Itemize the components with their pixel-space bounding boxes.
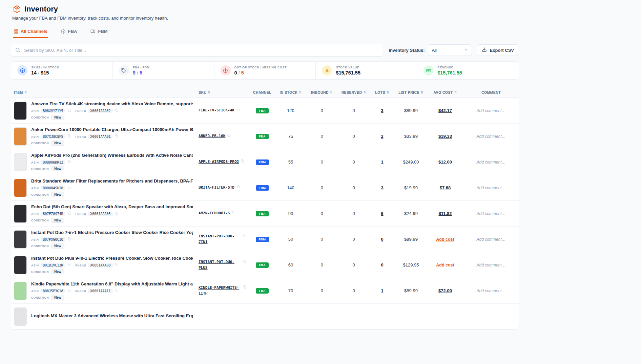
copy-icon[interactable] — [115, 134, 118, 138]
add-comment-field[interactable]: Add comment… — [476, 186, 505, 190]
copy-icon[interactable] — [67, 263, 71, 266]
column-header-item[interactable]: ITEM⇅ — [11, 87, 196, 98]
fnsku-value: X0001AAA11 — [88, 289, 112, 293]
copy-icon[interactable] — [115, 263, 118, 266]
add-comment-field[interactable]: Add comment… — [476, 237, 505, 242]
sku-link[interactable]: INSTANT-POT-DUO-7IN1 — [199, 234, 241, 245]
column-header-comment: COMMENT — [463, 87, 519, 98]
channel-badge: FBM — [256, 237, 269, 242]
export-csv-button[interactable]: Export CSV — [477, 44, 519, 56]
column-label: IN STOCK — [280, 90, 297, 94]
column-header-reserved[interactable]: RESERVED⇅ — [337, 87, 370, 98]
sku-link[interactable]: INSTANT-POT-DUO-PLUS — [199, 259, 241, 271]
avg-cost-link[interactable]: Add cost — [436, 237, 454, 242]
copy-icon[interactable] — [243, 234, 247, 237]
lots-link[interactable]: 0 — [381, 262, 383, 267]
stat-fba-fbm: FBA / FBM 9 / 5 — [113, 62, 214, 79]
column-label: LOTS — [375, 90, 385, 94]
add-comment-field[interactable]: Add comment… — [476, 288, 505, 293]
avg-cost-link[interactable]: $11.82 — [438, 211, 452, 216]
sku-link[interactable]: FIRE-TV-STICK-4K — [199, 108, 234, 113]
lots-link[interactable]: 1 — [381, 288, 383, 293]
tab-fba[interactable]: FBA — [60, 25, 78, 38]
fnsku-label: FNSKU — [76, 212, 86, 216]
copy-icon[interactable] — [115, 211, 118, 215]
sku-link[interactable]: BRITA-FILTER-STD — [199, 185, 234, 191]
avg-cost-link[interactable]: $19.33 — [438, 134, 452, 139]
product-title: Instant Pot Duo 7-in-1 Electric Pressure… — [31, 230, 193, 235]
column-header-sku[interactable]: SKU⇅ — [196, 87, 249, 98]
chevron-down-icon — [464, 48, 468, 53]
copy-icon[interactable] — [115, 288, 118, 292]
sku-link[interactable]: AMZN-ECHODOT-5 — [199, 211, 230, 216]
inventory-table: ITEM⇅SKU⇅CHANNELIN STOCK⇅INBOUND⇅RESERVE… — [11, 87, 519, 330]
avg-cost-cell: Add cost — [428, 259, 463, 271]
add-comment-field[interactable]: Add comment… — [476, 134, 505, 139]
channel-badge: FBA — [256, 288, 269, 294]
copy-icon[interactable] — [243, 259, 247, 263]
copy-icon[interactable] — [227, 133, 231, 137]
avg-cost-link[interactable]: $42.17 — [438, 108, 452, 113]
column-header-in-stock[interactable]: IN STOCK⇅ — [275, 87, 306, 98]
avg-cost-link[interactable]: $72.00 — [438, 288, 452, 293]
inbound-cell: 0 — [306, 105, 337, 116]
product-meta: ASINB07PXGQC1Q — [31, 237, 193, 242]
tab-label: FBA — [68, 29, 77, 34]
avg-cost-link[interactable]: Add cost — [436, 263, 454, 267]
tab-all-channels[interactable]: All Channels — [13, 25, 48, 38]
sku-link[interactable]: KINDLE-PAPERWHITE-11TH — [199, 285, 241, 296]
column-label: RESERVED — [342, 90, 362, 94]
condition-label: CONDITION — [31, 270, 49, 274]
copy-icon[interactable] — [236, 185, 240, 189]
lots-link[interactable]: 6 — [381, 211, 383, 216]
copy-icon[interactable] — [67, 160, 71, 164]
copy-icon[interactable] — [67, 288, 71, 292]
column-header-avg-cost[interactable]: AVG COST⇅ — [428, 87, 463, 98]
product-title: Apple AirPods Pro (2nd Generation) Wirel… — [31, 153, 193, 158]
add-comment-field[interactable]: Add comment… — [476, 263, 505, 267]
copy-icon[interactable] — [67, 134, 71, 138]
inventory-status-select[interactable]: All — [428, 44, 472, 56]
lots-link[interactable]: 1 — [381, 159, 383, 165]
sku-link[interactable]: APPLE-AIRPODS-PRO2 — [199, 159, 239, 165]
copy-icon[interactable] — [236, 108, 240, 111]
product-thumbnail — [14, 307, 27, 326]
channel-cell: FBA — [249, 105, 275, 117]
copy-icon[interactable] — [243, 285, 247, 289]
copy-icon[interactable] — [67, 211, 71, 215]
product-meta: ASINB08XVYZ1Y5 FNSKUX0001AAA02 — [31, 108, 193, 113]
add-comment-field[interactable]: Add comment… — [476, 211, 505, 216]
fnsku-value: X0001AAA08 — [88, 263, 112, 267]
add-comment-field[interactable]: Add comment… — [476, 160, 505, 165]
avg-cost-link[interactable]: $12.00 — [438, 159, 452, 165]
reserved-cell: 0 — [337, 156, 370, 168]
copy-icon[interactable] — [115, 108, 118, 112]
page-subtitle: Manage your FBA and FBM inventory, track… — [12, 16, 519, 21]
asin-label: ASIN — [31, 238, 39, 241]
search-input[interactable] — [11, 44, 383, 57]
lots-link[interactable]: 2 — [381, 134, 383, 139]
lots-link[interactable]: 3 — [381, 108, 383, 113]
column-header-list-price[interactable]: LIST PRICE⇅ — [394, 87, 428, 98]
lots-link[interactable]: 0 — [381, 237, 383, 242]
lots-link[interactable]: 3 — [381, 185, 383, 190]
asin-label: ASIN — [31, 161, 39, 164]
product-title: Amazon Fire TV Stick 4K streaming device… — [31, 101, 193, 106]
copy-icon[interactable] — [67, 237, 71, 241]
copy-icon[interactable] — [241, 159, 244, 163]
inbound-cell: 0 — [306, 156, 337, 168]
add-comment-field[interactable]: Add comment… — [476, 108, 505, 113]
avg-cost-link[interactable]: $7.68 — [440, 185, 451, 190]
column-header-inbound[interactable]: INBOUND⇅ — [306, 87, 337, 98]
copy-icon[interactable] — [67, 186, 71, 189]
sku-link[interactable]: ANKER-PB-10K — [199, 133, 225, 139]
avg-cost-cell: $19.33 — [428, 130, 463, 142]
comment-cell: Add comment… — [463, 105, 519, 116]
sku-cell: AMZN-ECHODOT-5 — [196, 207, 249, 220]
copy-icon[interactable] — [67, 108, 71, 112]
tab-fbm[interactable]: FBM — [90, 25, 108, 38]
copy-icon[interactable] — [232, 211, 235, 214]
column-header-lots[interactable]: LOTS⇅ — [370, 87, 394, 98]
lots-cell: 2 — [370, 130, 394, 142]
column-label: CHANNEL — [253, 90, 271, 94]
